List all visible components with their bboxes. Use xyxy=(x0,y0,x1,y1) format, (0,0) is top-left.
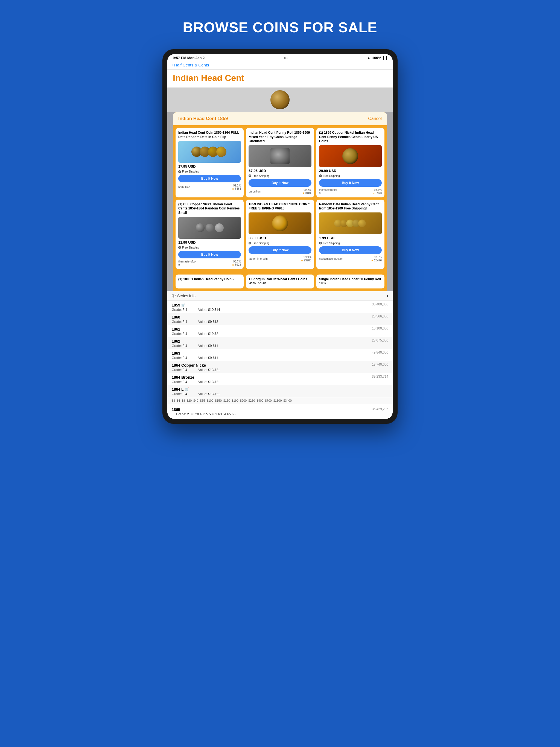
price-item: $3400 xyxy=(283,399,292,402)
buy-it-now-button[interactable]: Buy It Now xyxy=(178,175,241,182)
mintage: 39,233,714 xyxy=(372,375,393,379)
value-label: Value: $19 $21 xyxy=(198,332,220,336)
shipping-row: ⊕ Free Shipping xyxy=(249,175,311,177)
mintage: 36,400,000 xyxy=(372,302,393,306)
star-icon: ★ xyxy=(371,259,374,262)
year-label: 1860 xyxy=(172,315,180,319)
price-item: $1300 xyxy=(274,399,282,402)
device-frame: 9:57 PM Mon Jan 2 ••• ▲ 100% █ ‹ Half Ce… xyxy=(162,49,398,424)
mintage: 20,566,000 xyxy=(372,314,393,318)
status-time: 9:57 PM Mon Jan 2 xyxy=(173,56,205,60)
seller-row: nostalgiaconnection 97.8% ★ 26476 xyxy=(319,256,382,262)
modal-header: Indian Head Cent 1859 Cancel xyxy=(173,112,387,125)
table-row: 1862 28,075,000 Grade: 3 4 Value: $9 $11 xyxy=(167,337,393,349)
status-dots: ••• xyxy=(284,56,288,60)
price-item: $200 xyxy=(240,399,247,402)
mintage: 35,429,286 xyxy=(372,407,388,411)
series-info-row: ⓘ Series Info › xyxy=(167,291,393,301)
shipping-label: Free Shipping xyxy=(323,242,340,245)
seller-name-cont: n xyxy=(178,263,196,266)
shipping-row: ⊕ Free Shipping xyxy=(178,170,241,173)
listing-title: 1859 INDIAN HEAD CENT *NICE COIN * FREE … xyxy=(249,202,311,211)
seller-name: bnrbullion xyxy=(178,186,190,189)
modal-overlay: Indian Head Cent 1859 Cancel Indian Head… xyxy=(167,112,393,291)
star-row: ★ 3484 xyxy=(302,192,311,195)
cart-icon[interactable]: 🛒 xyxy=(181,303,185,307)
modal-cancel-button[interactable]: Cancel xyxy=(368,116,382,121)
shipping-row: ⊕ Free Shipping xyxy=(319,175,382,177)
listing-card: (1) Cull Copper Nickel Indian Head Cents… xyxy=(176,200,244,269)
year-label: 1864 Bronze xyxy=(172,375,194,380)
listing-title: Indian Head Cent Coin 1859-1864 FULL Dat… xyxy=(178,131,241,139)
grade-label: Grade: 3 4 xyxy=(172,308,187,312)
buy-it-now-button[interactable]: Buy It Now xyxy=(319,247,382,254)
grade-row: Grade: 3 4 Value: $9 $13 xyxy=(167,320,393,325)
page-title-area: Indian Head Cent xyxy=(167,70,393,87)
rating-count: 3484 xyxy=(235,187,241,190)
shipping-label: Free Shipping xyxy=(323,175,340,177)
rating-pct: 99.9% xyxy=(304,256,311,259)
seller-row: themasterofcoi n 98.7% ★ 5973 xyxy=(178,260,241,266)
battery-icon: 100% xyxy=(372,56,381,60)
year-label: 1862 xyxy=(172,339,180,343)
price-item: $8 xyxy=(182,399,185,402)
listing-image xyxy=(249,145,311,167)
back-button[interactable]: ‹ Half Cents & Cents xyxy=(172,62,388,67)
grade-label: Grade: 3 4 xyxy=(172,332,187,336)
shipping-icon: ⊕ xyxy=(249,175,251,177)
value-label: Value: $9 $13 xyxy=(198,320,218,324)
star-icon: ★ xyxy=(301,259,303,262)
table-row: 1864 L 🛒 Grade: 3 4 Value: $13 $21 xyxy=(167,385,393,397)
price-scale: $3 $4 $8 $20 $40 $65 $100 $150 $160 $190… xyxy=(167,397,393,404)
seller-rating: 98.7% ★ 5973 xyxy=(232,260,241,266)
year-label: 1859 xyxy=(172,303,180,307)
seller-name: bnrbullion xyxy=(249,190,260,193)
listing-title: Indian Head Cent Penny Roll 1859-1909 Mi… xyxy=(249,131,311,144)
grade-row: Grade: 3 4 Value: $9 $11 xyxy=(167,344,393,349)
price-item: $260 xyxy=(248,399,255,402)
listing-image xyxy=(178,141,241,163)
page-title: Indian Head Cent xyxy=(173,73,387,83)
nav-bar: ‹ Half Cents & Cents xyxy=(167,61,393,70)
star-icon: ★ xyxy=(232,263,234,266)
year-label: 1864 Copper Nicke xyxy=(172,363,206,367)
buy-it-now-button[interactable]: Buy It Now xyxy=(178,251,241,258)
table-row: 1864 Bronze 39,233,714 Grade: 3 4 Value:… xyxy=(167,373,393,385)
seller-rating: 99.2% ★ 3484 xyxy=(232,184,241,190)
seller-row: father-time-coin 99.9% ★ 23780 xyxy=(249,256,311,262)
rating-count: 5973 xyxy=(235,263,241,266)
seller-row: themasterofcoi n 98.7% ★ 5973 xyxy=(319,188,382,195)
partial-listing-card: 1 Shotgun Roll Of Wheat Cents Coins With… xyxy=(246,275,314,288)
rating-pct: 97.8% xyxy=(374,256,382,259)
buy-it-now-button[interactable]: Buy It Now xyxy=(319,179,382,187)
star-icon: ★ xyxy=(302,192,305,195)
value-label: Value: $13 $21 xyxy=(198,392,220,396)
buy-it-now-button[interactable]: Buy It Now xyxy=(249,179,311,187)
price-item: $65 xyxy=(200,399,205,402)
seller-name: themasterofcoi xyxy=(319,188,337,191)
star-row: ★ 26476 xyxy=(371,259,382,262)
rating-count: 5973 xyxy=(376,192,382,195)
grade-row: Grade: 3 4 Value: $10 $14 xyxy=(167,308,393,313)
year-label: 1865 xyxy=(172,407,180,412)
listing-card: Random Date Indian Head Penny Cent from … xyxy=(316,200,384,269)
cart-icon[interactable]: 🛒 xyxy=(185,387,189,391)
grade-row: Grade: 3 4 Value: $13 $21 xyxy=(167,380,393,385)
rating-count: 3484 xyxy=(305,192,311,195)
seller-name: themasterofcoi xyxy=(178,260,196,263)
status-icons: ▲ 100% █ xyxy=(367,56,387,60)
page-header: BROWSE COINS FOR SALE xyxy=(183,19,377,35)
seller-rating: 99.9% ★ 23780 xyxy=(301,256,311,262)
seller-row: bnrbullion 99.2% ★ 3484 xyxy=(178,184,241,190)
listing-card: Indian Head Cent Coin 1859-1864 FULL Dat… xyxy=(176,128,244,198)
year-row: 1864 Bronze xyxy=(167,373,199,380)
partial-listing-title: (1) 1800's Indian Head Penny Coin // xyxy=(178,277,241,282)
price-item: $4 xyxy=(177,399,180,402)
year-label: 1863 xyxy=(172,351,180,356)
grade-row: Grade: 2 3 8 20 40 55 58 62 63 64 65 66 xyxy=(172,412,388,417)
value-label: Value: $9 $11 xyxy=(198,344,218,348)
price-item: $40 xyxy=(193,399,198,402)
table-row: 1863 49,840,000 Grade: 3 4 Value: $9 $11 xyxy=(167,349,393,361)
shipping-icon: ⊕ xyxy=(319,242,322,244)
buy-it-now-button[interactable]: Buy It Now xyxy=(249,247,311,254)
